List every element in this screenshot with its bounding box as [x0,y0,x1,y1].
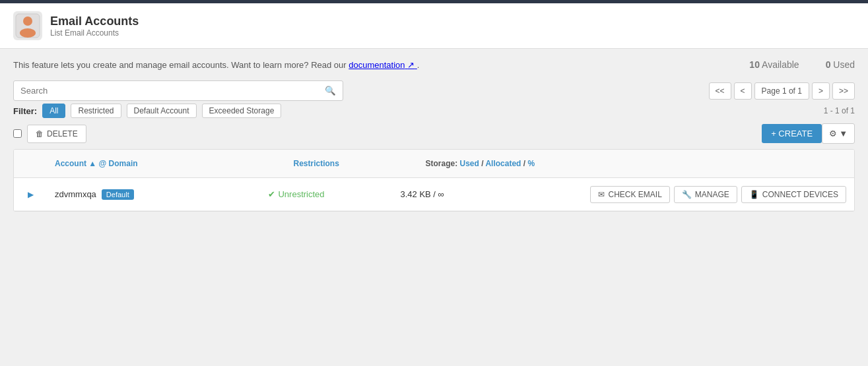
filter-controls: Filter: All Restricted Default Account E… [13,104,281,118]
column-expand [14,155,47,172]
filter-restricted-button[interactable]: Restricted [71,104,121,118]
email-accounts-icon [13,11,42,40]
create-button[interactable]: + CREATE [762,124,822,143]
select-all-wrapper [13,129,22,138]
wrench-icon: 🔧 [682,190,692,199]
column-restrictions: Restrictions [286,155,418,172]
restrictions-cell: ✔ Unrestricted [260,184,392,204]
column-account[interactable]: Account ▲ @ Domain [47,155,286,172]
settings-button[interactable]: ⚙ ▼ [822,123,855,144]
search-button[interactable]: 🔍 [318,81,343,100]
account-cell: zdvmmxqa Default [47,184,260,205]
pagination-controls: << < Page 1 of 1 > >> [709,82,855,100]
next-page-button[interactable]: > [812,82,830,100]
available-stat: 10 Available [749,59,799,70]
page-subtitle: List Email Accounts [50,28,139,38]
page-header: Email Accounts List Email Accounts [0,3,868,49]
expand-row-button[interactable]: ▶ [25,187,36,202]
account-name: zdvmmxqa [55,189,96,199]
first-page-button[interactable]: << [709,82,731,100]
delete-button[interactable]: 🗑 DELETE [27,125,86,143]
search-filter-row: 🔍 << < Page 1 of 1 > >> [13,80,855,101]
main-content: This feature lets you create and manage … [0,49,868,222]
toolbar: 🗑 DELETE + CREATE ⚙ ▼ [13,123,855,144]
toolbar-left: 🗑 DELETE [13,125,86,143]
envelope-icon: ✉ [598,190,605,199]
filter-default-button[interactable]: Default Account [127,104,197,118]
check-email-button[interactable]: ✉ CHECK EMAIL [590,186,669,203]
filter-exceeded-button[interactable]: Exceeded Storage [202,104,282,118]
storage-cell: 3.42 KB / ∞ [392,184,590,204]
svg-point-3 [20,28,36,38]
filter-label: Filter: [13,106,37,116]
header-text: Email Accounts List Email Accounts [50,15,139,38]
description-row: This feature lets you create and manage … [13,59,855,70]
toolbar-right: + CREATE ⚙ ▼ [762,123,855,144]
search-box: 🔍 [13,80,343,101]
filter-all-button[interactable]: All [42,104,65,118]
select-all-checkbox[interactable] [13,129,22,138]
column-actions [616,155,855,172]
search-input[interactable] [14,81,318,100]
stats-panel: 10 Available 0 Used [749,59,855,70]
column-storage: Storage: Used / Allocated / % [418,155,616,172]
filter-row: Filter: All Restricted Default Account E… [13,104,855,118]
prev-page-button[interactable]: < [734,82,752,100]
table-row: ▶ zdvmmxqa Default ✔ Unrestricted 3.42 K… [14,178,854,211]
table-header: Account ▲ @ Domain Restrictions Storage:… [14,150,854,178]
trash-icon: 🗑 [36,129,44,138]
documentation-link[interactable]: documentation ↗ [349,60,417,70]
connect-devices-button[interactable]: 📱 CONNECT DEVICES [741,186,846,203]
gear-icon: ⚙ [829,129,837,138]
mobile-icon: 📱 [749,190,759,199]
last-page-button[interactable]: >> [832,82,855,100]
page-title: Email Accounts [50,15,139,28]
check-icon: ✔ [268,189,275,199]
description-text: This feature lets you create and manage … [13,60,419,70]
count-label: 1 - 1 of 1 [824,106,855,115]
row-expand-cell: ▶ [14,182,47,207]
search-icon: 🔍 [325,86,336,96]
row-actions: ✉ CHECK EMAIL 🔧 MANAGE 📱 CONNECT DEVICES [590,186,854,203]
default-badge: Default [102,189,134,200]
svg-point-2 [23,16,32,26]
manage-button[interactable]: 🔧 MANAGE [674,186,737,203]
page-label[interactable]: Page 1 of 1 [754,82,809,100]
used-stat: 0 Used [826,59,855,70]
email-accounts-table: Account ▲ @ Domain Restrictions Storage:… [13,149,855,212]
chevron-down-icon: ▼ [839,129,848,138]
